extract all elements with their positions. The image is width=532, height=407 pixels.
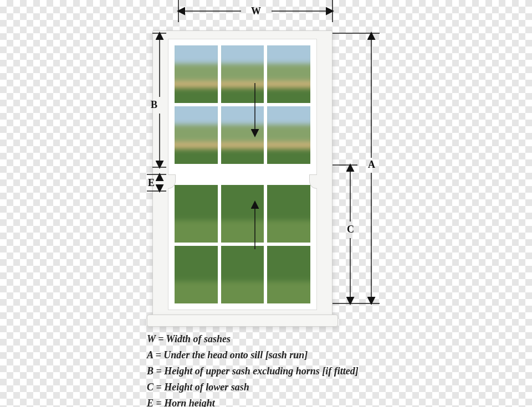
upper-sash [172,43,313,167]
glass-pane [175,246,218,303]
legend-line: B = Height of upper sash excluding horns… [147,363,359,379]
dimension-legend: W = Width of sashes A = Under the head o… [147,331,359,407]
glass-pane [175,106,218,164]
glass-pane [221,45,264,103]
glass-pane [267,106,310,164]
dim-label-W: W [251,6,261,17]
glass-pane [221,185,264,243]
legend-line: A = Under the head onto sill [sash run] [147,347,359,363]
glass-pane [175,185,218,243]
dim-label-C: C [347,224,354,235]
glass-pane [221,246,264,303]
legend-line: E = Horn height [147,395,359,407]
window-sill [147,315,338,327]
sash-window-illustration [152,30,332,318]
sash-run-area [168,39,317,310]
glass-pane [221,106,264,164]
legend-line: W = Width of sashes [147,331,359,347]
glass-pane [267,45,310,103]
glass-pane [175,45,218,103]
dim-label-A: A [368,159,375,170]
glass-pane [267,185,310,243]
lower-sash [172,182,313,306]
glass-pane [267,246,310,303]
legend-line: C = Height of lower sash [147,379,359,395]
